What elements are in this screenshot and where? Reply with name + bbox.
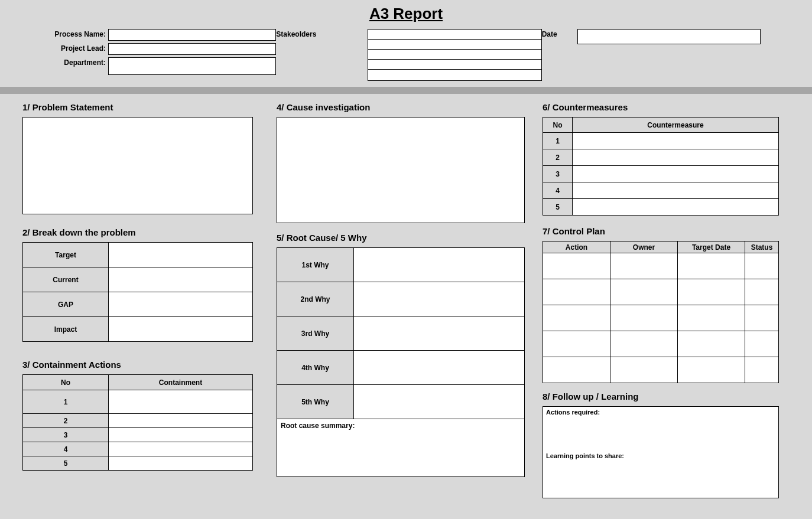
target-label: Target [23,243,109,267]
why5-label: 5th Why [277,385,354,419]
cp-cell[interactable] [678,253,745,279]
section-3-heading: 3/ Containment Actions [22,360,253,370]
stakeholders-label: Stakeolders [276,29,332,81]
cp-cell[interactable] [745,305,779,331]
process-name-input[interactable] [108,29,276,41]
target-value[interactable] [109,243,253,267]
cp-cell[interactable] [610,305,678,331]
containment-header: Containment [109,375,253,390]
cm-cell[interactable] [573,199,779,216]
table-row: 3 [543,166,573,182]
actions-required-label: Actions required: [543,407,778,417]
table-row: 5 [23,456,109,471]
table-row: 4 [23,442,109,456]
containment-cell[interactable] [109,442,253,456]
cp-owner-header: Owner [610,241,678,253]
table-row: 5 [543,199,573,216]
why3-value[interactable] [354,316,525,351]
report-title: A3 Report [12,0,800,27]
countermeasures-table: NoCountermeasure 1 2 3 4 5 [543,117,779,216]
cm-cell[interactable] [573,182,779,199]
table-row: 2 [543,149,573,166]
current-label: Current [23,267,109,292]
project-lead-input[interactable] [108,43,276,55]
impact-value[interactable] [109,317,253,342]
cp-cell[interactable] [678,305,745,331]
cp-status-header: Status [745,241,779,253]
root-cause-summary[interactable]: Root cause summary: [277,419,525,477]
section-4-heading: 4/ Cause investigation [277,102,525,112]
section-2-heading: 2/ Break down the problem [22,227,253,237]
table-row: 4 [543,182,573,199]
table-row: 2 [23,414,109,428]
why2-value[interactable] [354,282,525,316]
table-row: 3 [23,428,109,442]
cp-cell[interactable] [678,331,745,357]
cp-cell[interactable] [745,279,779,305]
containment-cell[interactable] [109,428,253,442]
cp-cell[interactable] [678,279,745,305]
cp-cell[interactable] [610,279,678,305]
breakdown-table: Target Current GAP Impact [22,242,253,342]
section-7-heading: 7/ Control Plan [543,226,779,236]
department-input[interactable] [108,57,276,75]
cm-cell[interactable] [573,133,779,149]
section-5-heading: 5/ Root Cause/ 5 Why [277,233,525,243]
table-row: 1 [23,390,109,414]
cp-cell[interactable] [543,253,610,279]
cp-cell[interactable] [543,305,610,331]
cp-cell[interactable] [543,279,610,305]
cp-cell[interactable] [610,357,678,383]
containment-cell[interactable] [109,414,253,428]
current-value[interactable] [109,267,253,292]
containment-cell[interactable] [109,390,253,414]
learning-points-area[interactable] [543,461,778,498]
followup-box: Actions required: Learning points to sha… [543,406,779,498]
impact-label: Impact [23,317,109,342]
cp-cell[interactable] [543,331,610,357]
learning-points-label: Learning points to share: [543,451,778,461]
cm-cell[interactable] [573,166,779,182]
actions-required-area[interactable] [543,417,778,451]
containment-cell[interactable] [109,456,253,471]
cp-cell[interactable] [678,357,745,383]
cp-date-header: Target Date [678,241,745,253]
divider [0,87,812,94]
why5-value[interactable] [354,385,525,419]
project-lead-label: Project Lead: [22,43,108,53]
department-label: Department: [22,57,108,67]
five-why-table: 1st Why 2nd Why 3rd Why 4th Why 5th Why [277,247,525,419]
gap-value[interactable] [109,292,253,317]
header: Process Name: Project Lead: Department: … [12,27,800,87]
containment-table: NoContainment 1 2 3 4 5 [22,374,253,471]
cp-cell[interactable] [745,331,779,357]
cp-cell[interactable] [745,253,779,279]
why1-label: 1st Why [277,248,354,282]
cm-no-header: No [543,117,573,133]
section-6-heading: 6/ Countermeasures [543,102,779,112]
why3-label: 3rd Why [277,316,354,351]
root-cause-summary-label: Root cause summary: [277,419,524,432]
process-name-label: Process Name: [22,29,108,38]
problem-statement-box[interactable] [22,117,253,214]
stakeholders-box[interactable] [368,29,541,81]
cp-cell[interactable] [543,357,610,383]
date-label: Date [542,29,571,44]
why4-value[interactable] [354,351,525,385]
date-input[interactable] [577,29,761,44]
gap-label: GAP [23,292,109,317]
table-row: 1 [543,133,573,149]
section-8-heading: 8/ Follow up / Learning [543,391,779,402]
cm-cell[interactable] [573,149,779,166]
cp-cell[interactable] [610,253,678,279]
section-1-heading: 1/ Problem Statement [22,102,253,112]
cp-cell[interactable] [745,357,779,383]
why1-value[interactable] [354,248,525,282]
cause-investigation-box[interactable] [277,117,525,223]
containment-no-header: No [23,375,109,390]
why2-label: 2nd Why [277,282,354,316]
control-plan-table: Action Owner Target Date Status [543,241,779,383]
cp-action-header: Action [543,241,610,253]
cp-cell[interactable] [610,331,678,357]
why4-label: 4th Why [277,351,354,385]
